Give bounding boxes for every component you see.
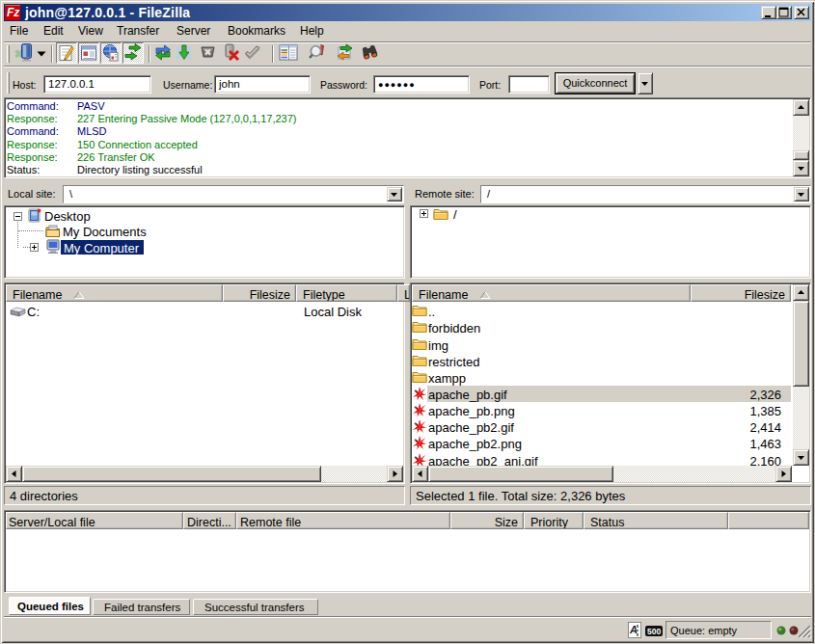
svg-text:A: A <box>629 624 638 635</box>
svg-text:Fz: Fz <box>7 6 19 19</box>
svg-text:500: 500 <box>647 627 661 636</box>
